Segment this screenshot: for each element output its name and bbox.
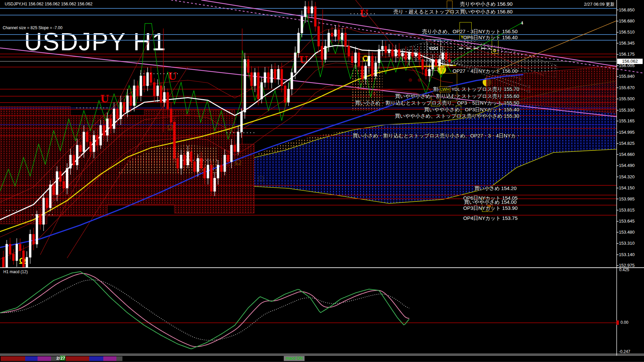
level-tag: YDL — [451, 87, 460, 92]
price-annotation: 売り・超えるとストップロス買いやや小さめ 156.80 — [393, 9, 513, 15]
session-date-label: 2/27 — [56, 356, 65, 361]
price-annotation: 割LWHYDLストップロス売り 155.70 — [433, 86, 519, 93]
price-annotation: 買い小さめ 154.20 — [474, 185, 517, 192]
price-annotation: 売り小さめ、OP27・3日NYカット 156.50 — [422, 28, 518, 35]
price-annotation: OP3日NYカット 153.90 — [463, 205, 518, 212]
level-tag: LWH — [439, 86, 450, 92]
timeline-segment — [89, 356, 103, 361]
watermark-title: USDJPY H1 — [24, 28, 166, 56]
macd-axis-bottom: -0.247 — [619, 349, 630, 354]
update-timestamp: 2/27 06:09 更新 — [584, 1, 614, 7]
timeline-status-bar[interactable] — [0, 356, 644, 362]
price-annotation: OP4日NYカット 153.75 — [463, 215, 518, 222]
macd-axis-zero: 0.00 — [621, 320, 628, 325]
price-chart-canvas[interactable]: USDJPY H1 — [0, 0, 644, 362]
mt4-chart-window: USDJPY H1 USDJPY,H1 156.062 156.062 156.… — [0, 0, 644, 362]
macd-toggle-button[interactable]: macd ON — [284, 356, 305, 361]
timeline-segment — [38, 356, 51, 361]
macd-zero-marker — [616, 320, 619, 325]
macd-indicator-label: H1 macd (12) — [3, 269, 28, 274]
symbol-ohlc-readout: USDJPY,H1 156.062 156.062 156.062 156.06… — [5, 2, 93, 6]
price-annotation: 買い小さめ・割り込むとストップロス売り小さめ、OP27・3・4日NYカ・ — [353, 133, 521, 139]
price-annotation: 買いやや小さめ・割り込むとストップロス売り 155.60 — [395, 93, 519, 100]
timeline-segment — [103, 356, 116, 361]
price-annotation: 売りやや小さめ 156.90 — [460, 1, 513, 7]
macd-axis-top: 0.425 — [619, 267, 629, 272]
channel-info-label: Channel size = 825 Slope = -7.00 — [3, 25, 62, 30]
price-annotation: 買いやや小さめ、OP3日NYカット 155.40 — [424, 107, 519, 113]
price-annotation: 買いやや小さめ、ストップロス売りやや小さめ 155.30 — [395, 113, 519, 119]
timeline-segment — [116, 356, 122, 361]
timeline-segment — [25, 356, 38, 361]
price-annotation: 買い小さめ・割り込むとストップロス売り、OP3・5日NYカット 155.50 — [355, 100, 519, 106]
price-annotation: OP27・4日NYカット 156.00 — [452, 68, 518, 74]
price-annotation: 買いやや小さめ 154.00 — [464, 199, 517, 205]
timeline-segment — [66, 356, 89, 361]
price-annotation: OP6日NYカット 156.40 — [463, 35, 518, 41]
timeline-segment — [1, 356, 25, 361]
current-price-tag: 156.062 — [617, 59, 643, 64]
